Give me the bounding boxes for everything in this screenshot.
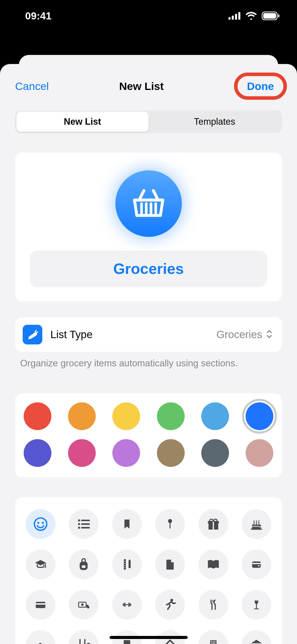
svg-rect-1 [232,16,234,20]
wallet-icon[interactable] [242,550,271,579]
svg-rect-47 [258,565,260,566]
wine-icon[interactable] [242,590,271,620]
svg-rect-54 [123,603,124,606]
svg-rect-49 [36,603,45,605]
backpack-icon[interactable] [69,550,98,579]
grad-cap-icon[interactable] [26,550,55,579]
svg-rect-45 [252,562,261,568]
utensils-icon[interactable] [199,590,228,620]
svg-rect-0 [228,17,230,20]
pin-icon[interactable] [155,509,185,539]
sheet-body[interactable]: Groceries List Type Groceries Organize g… [0,133,297,644]
status-bar: 09:41 [0,0,297,27]
building-icon[interactable] [199,630,228,644]
segmented-control[interactable]: New List Templates [15,110,282,133]
list-type-value: Groceries [216,329,262,341]
svg-rect-76 [214,641,215,642]
icon-row [26,550,271,579]
list-type-icon-chip [23,325,42,344]
list-name-input[interactable]: Groceries [30,250,267,287]
done-button-highlight: Done [234,73,287,100]
color-swatch[interactable] [246,402,273,430]
gift-icon[interactable] [199,509,228,539]
book-open-icon[interactable] [199,550,228,579]
list-preview-card: Groceries [15,153,282,302]
document-icon[interactable] [155,550,185,579]
svg-rect-46 [252,563,261,564]
ruler-icon[interactable] [112,550,142,579]
tab-new-list[interactable]: New List [16,112,149,132]
svg-point-12 [37,522,39,524]
color-swatch[interactable] [157,402,185,430]
home-indicator[interactable] [110,636,188,639]
svg-rect-74 [211,641,212,642]
svg-point-34 [45,566,46,568]
cellular-icon [228,12,241,20]
basket-icon [130,185,168,222]
svg-rect-27 [256,522,257,525]
color-swatch[interactable] [68,402,96,430]
bank-icon[interactable] [242,630,271,644]
color-swatch[interactable] [112,402,140,430]
svg-rect-5 [263,13,276,19]
icon-picker-card [15,497,282,644]
svg-point-29 [253,520,255,522]
color-swatch[interactable] [68,439,96,467]
tab-templates[interactable]: Templates [149,112,281,132]
list-name-value: Groceries [113,260,184,277]
color-swatch[interactable] [201,439,229,467]
bookmark-icon[interactable] [112,509,142,539]
list-type-label: List Type [50,329,216,341]
color-picker-card [15,393,282,477]
svg-rect-32 [251,529,262,530]
cancel-button[interactable]: Cancel [15,80,49,92]
chevron-updown-icon [266,329,273,340]
status-time: 09:41 [15,10,52,22]
icon-row [26,590,271,620]
svg-rect-36 [81,565,86,568]
svg-rect-75 [213,641,214,642]
svg-point-11 [34,518,47,530]
svg-point-59 [170,599,173,601]
color-row [24,439,273,467]
svg-point-16 [78,527,80,529]
running-icon[interactable] [155,590,185,620]
svg-point-51 [81,603,84,606]
svg-rect-56 [128,603,130,607]
dumbbell-icon[interactable] [112,590,142,620]
stethoscope-icon[interactable] [69,630,98,644]
color-swatch[interactable] [24,439,51,467]
list-icon[interactable] [69,509,98,539]
status-indicators [228,12,282,20]
color-swatch[interactable] [112,439,140,467]
color-swatch[interactable] [201,402,229,430]
color-swatch[interactable] [24,402,51,430]
smiley-icon[interactable] [26,509,55,539]
sheet-header: Cancel New List Done [0,64,297,108]
credit-card-icon[interactable] [26,590,55,620]
svg-point-30 [256,520,257,522]
list-type-hint: Organize grocery items automatically usi… [20,358,277,369]
done-button[interactable]: Done [247,80,274,92]
wifi-icon [245,12,257,20]
carrot-icon [26,328,39,341]
svg-rect-55 [124,603,125,607]
svg-point-20 [168,519,172,523]
color-swatch[interactable] [157,439,185,467]
svg-point-14 [78,519,80,521]
svg-rect-24 [213,521,214,530]
svg-point-13 [42,522,44,524]
svg-rect-28 [258,522,259,525]
sheet-title: New List [119,80,164,92]
list-type-row[interactable]: List Type Groceries [15,317,282,352]
color-swatch[interactable] [246,439,273,467]
svg-rect-3 [238,12,240,20]
color-row [24,402,273,430]
cake-icon[interactable] [242,509,271,539]
svg-rect-69 [124,640,130,644]
svg-rect-64 [35,642,43,644]
cash-icon[interactable] [69,590,98,620]
svg-rect-57 [130,603,131,606]
new-list-sheet: Cancel New List Done New List Templates [0,64,297,644]
pills-icon[interactable] [26,630,55,644]
